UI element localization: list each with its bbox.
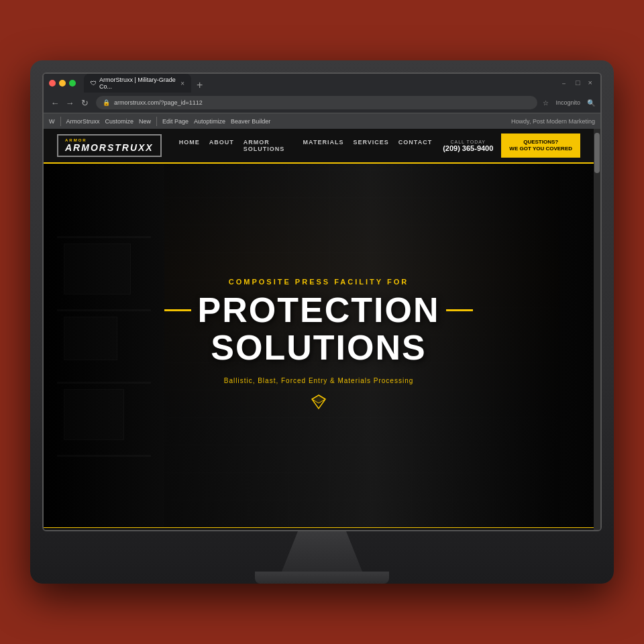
scrollbar-thumb[interactable] [594, 133, 600, 173]
hero-title-second-line: SOLUTIONS [164, 330, 474, 365]
tab-bar: 🛡 ArmorStruxx | Military-Grade Co... × + [80, 74, 556, 93]
nav-services[interactable]: SERVICES [353, 139, 388, 152]
new-tab-button[interactable]: + [193, 78, 207, 93]
window-controls [49, 80, 76, 87]
forward-button[interactable]: → [64, 97, 76, 109]
call-info: CALL TODAY (209) 365-9400 [443, 140, 493, 152]
hero-content: COMPOSITE PRESS FACILITY FOR PROTECTION … [151, 264, 487, 427]
hero-section: COMPOSITE PRESS FACILITY FOR PROTECTION … [44, 164, 594, 527]
site-navigation: ARMOR ARMORSTRUXX HOME ABOUT ARMOR SOLUT… [44, 129, 594, 164]
hero-description: Ballistic, Blast, Forced Entry & Materia… [164, 377, 474, 384]
toolbar-autoptimize[interactable]: Autoptimize [194, 118, 225, 125]
monitor-screen: 🛡 ArmorStruxx | Military-Grade Co... × +… [42, 72, 602, 531]
cms-toolbar: W ArmorStruxx Customize New Edit Page Au… [44, 113, 600, 129]
hero-dash-right [446, 309, 473, 311]
tab-title: ArmorStruxx | Military-Grade Co... [99, 76, 178, 90]
browser-title-bar: 🛡 ArmorStruxx | Military-Grade Co... × +… [44, 74, 600, 93]
address-right-controls: ☆ Incognito 🔍 [543, 99, 595, 107]
toolbar-customize[interactable]: Customize [105, 118, 134, 125]
nav-materials[interactable]: MATERIALS [303, 139, 344, 152]
tab-close-icon[interactable]: × [180, 80, 184, 87]
refresh-button[interactable]: ↻ [78, 97, 91, 109]
nav-right: CALL TODAY (209) 365-9400 QUESTIONS? WE … [443, 133, 580, 158]
hero-decoration-top: PROTECTION [164, 292, 474, 327]
star-icon[interactable]: ☆ [543, 99, 549, 107]
toolbar-armorstruxx[interactable]: ArmorStruxx [66, 118, 100, 125]
toolbar-beaver-builder[interactable]: Beaver Builder [231, 118, 270, 125]
hero-dash-left [164, 309, 191, 311]
cta-line2: WE GOT YOU COVERED [509, 146, 572, 152]
nav-contact[interactable]: CONTACT [398, 139, 432, 152]
nav-about[interactable]: ABOUT [209, 139, 234, 152]
toolbar-new[interactable]: New [139, 118, 151, 125]
address-input[interactable]: 🔒 armorstruxx.com/?page_id=1112 [96, 96, 537, 109]
toolbar-howdy: Howdy, Post Modern Marketing [511, 118, 595, 125]
call-number[interactable]: (209) 365-9400 [443, 144, 493, 152]
monitor-stand [282, 531, 362, 572]
call-label: CALL TODAY [443, 140, 493, 144]
website-content: ARMOR ARMORSTRUXX HOME ABOUT ARMOR SOLUT… [44, 129, 594, 530]
hero-tagline: COMPOSITE PRESS FACILITY FOR [164, 278, 474, 286]
hero-title-line1: PROTECTION [198, 292, 440, 327]
back-button[interactable]: ← [49, 97, 61, 109]
close-button[interactable] [49, 80, 56, 87]
search-icon[interactable]: 🔍 [587, 99, 595, 107]
hero-diamond-icon [164, 394, 474, 413]
restore-icon[interactable]: □ [576, 78, 580, 89]
browser-window: 🛡 ArmorStruxx | Military-Grade Co... × +… [44, 74, 600, 530]
nav-home[interactable]: HOME [179, 139, 200, 152]
close-icon[interactable]: × [588, 78, 592, 89]
lock-icon: 🔒 [103, 99, 110, 106]
maximize-button[interactable] [69, 80, 76, 87]
toolbar-separator-1 [60, 117, 61, 126]
minimize-button[interactable] [59, 80, 66, 87]
site-bottom-bar [44, 527, 594, 530]
wp-icon: W [49, 118, 55, 125]
toolbar-edit-page[interactable]: Edit Page [162, 118, 189, 125]
logo-main: ARMORSTRUXX [65, 142, 154, 153]
address-text: armorstruxx.com/?page_id=1112 [114, 99, 203, 106]
tab-favicon: 🛡 [91, 80, 97, 87]
website-area: ARMOR ARMORSTRUXX HOME ABOUT ARMOR SOLUT… [44, 129, 600, 530]
nav-armor-solutions[interactable]: ARMOR SOLUTIONS [244, 139, 294, 152]
monitor: 🛡 ArmorStruxx | Military-Grade Co... × +… [30, 60, 614, 584]
toolbar-separator-2 [156, 117, 157, 126]
cta-line1: QUESTIONS? [509, 139, 572, 146]
monitor-base [255, 572, 389, 584]
nav-links: HOME ABOUT ARMOR SOLUTIONS MATERIALS SER… [179, 139, 432, 152]
scrollbar[interactable] [594, 129, 600, 530]
nav-buttons: ← → ↻ [49, 97, 91, 109]
logo-container[interactable]: ARMOR ARMORSTRUXX [57, 134, 162, 157]
window-controls-right: － □ × [560, 78, 595, 89]
address-bar-row: ← → ↻ 🔒 armorstruxx.com/?page_id=1112 ☆ … [44, 93, 600, 113]
minimize-icon[interactable]: － [560, 78, 568, 89]
active-tab[interactable]: 🛡 ArmorStruxx | Military-Grade Co... × [84, 74, 191, 93]
cta-button[interactable]: QUESTIONS? WE GOT YOU COVERED [501, 133, 580, 158]
incognito-label: Incognito [555, 99, 580, 106]
